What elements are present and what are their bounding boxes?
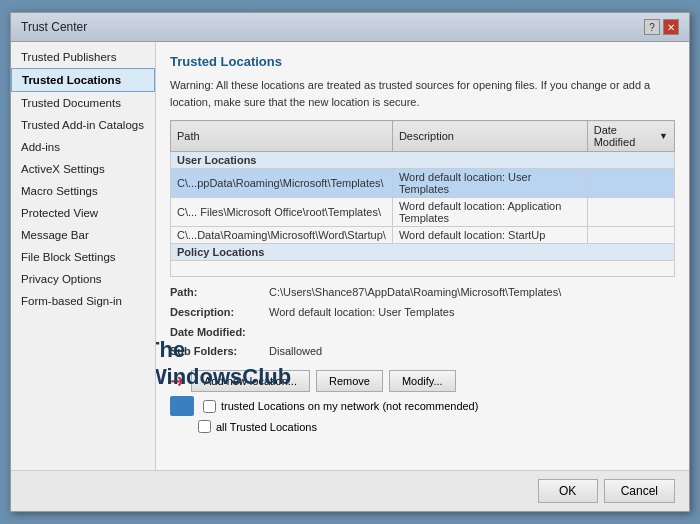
sidebar-item-addins[interactable]: Add-ins: [11, 136, 155, 158]
watermark: The WindowsClub: [156, 337, 291, 390]
path-detail-value: C:\Users\Shance87\AppData\Roaming\Micros…: [269, 283, 561, 303]
network-checkbox-row: trusted Locations on my network (not rec…: [170, 396, 675, 416]
sidebar-item-trusted-documents[interactable]: Trusted Documents: [11, 92, 155, 114]
disable-checkbox-label: all Trusted Locations: [216, 421, 317, 433]
sidebar: Trusted Publishers Trusted Locations Tru…: [11, 42, 156, 470]
table-row[interactable]: C\...Data\Roaming\Microsoft\Word\Startup…: [171, 227, 675, 244]
sidebar-item-activex[interactable]: ActiveX Settings: [11, 158, 155, 180]
ok-button[interactable]: OK: [538, 479, 598, 503]
row-2-description: Word default location: StartUp: [392, 227, 587, 244]
policy-locations-label: Policy Locations: [171, 244, 675, 261]
close-button[interactable]: ✕: [663, 19, 679, 35]
disable-checkbox-row: all Trusted Locations: [170, 420, 675, 433]
row-1-path: C\... Files\Microsoft Office\root\Templa…: [171, 198, 393, 227]
row-2-path: C\...Data\Roaming\Microsoft\Word\Startup…: [171, 227, 393, 244]
network-checkbox[interactable]: [203, 400, 216, 413]
footer: OK Cancel: [11, 470, 689, 511]
help-button[interactable]: ?: [644, 19, 660, 35]
sidebar-item-trusted-addins[interactable]: Trusted Add-in Catalogs: [11, 114, 155, 136]
path-detail-label: Path:: [170, 283, 265, 303]
sidebar-item-privacy[interactable]: Privacy Options: [11, 268, 155, 290]
title-controls: ? ✕: [644, 19, 679, 35]
disable-trusted-checkbox[interactable]: [198, 420, 211, 433]
row-0-description: Word default location: User Templates: [392, 169, 587, 198]
row-1-date: [587, 198, 674, 227]
col-path: Path: [171, 121, 393, 152]
description-detail-value: Word default location: User Templates: [269, 303, 454, 323]
title-bar: Trust Center ? ✕: [11, 13, 689, 42]
cancel-button[interactable]: Cancel: [604, 479, 675, 503]
policy-locations-group: Policy Locations: [171, 244, 675, 261]
dialog-body: Trusted Publishers Trusted Locations Tru…: [11, 42, 689, 470]
modify-button[interactable]: Modify...: [389, 370, 456, 392]
col-date-modified: Date Modified ▼: [587, 121, 674, 152]
network-icon: [170, 396, 194, 416]
sidebar-item-form-signin[interactable]: Form-based Sign-in: [11, 290, 155, 312]
col-description: Description: [392, 121, 587, 152]
row-0-path: C\...ppData\Roaming\Microsoft\Templates\: [171, 169, 393, 198]
sidebar-item-trusted-publishers[interactable]: Trusted Publishers: [11, 46, 155, 68]
sidebar-item-protected-view[interactable]: Protected View: [11, 202, 155, 224]
warning-text: Warning: All these locations are treated…: [170, 77, 675, 110]
dialog-title: Trust Center: [21, 20, 87, 34]
sidebar-item-message-bar[interactable]: Message Bar: [11, 224, 155, 246]
table-row[interactable]: C\...ppData\Roaming\Microsoft\Templates\…: [171, 169, 675, 198]
section-title: Trusted Locations: [170, 54, 675, 69]
sidebar-item-file-block[interactable]: File Block Settings: [11, 246, 155, 268]
remove-button[interactable]: Remove: [316, 370, 383, 392]
table-row[interactable]: C\... Files\Microsoft Office\root\Templa…: [171, 198, 675, 227]
user-locations-label: User Locations: [171, 152, 675, 169]
row-2-date: [587, 227, 674, 244]
sidebar-item-trusted-locations[interactable]: Trusted Locations: [11, 68, 155, 92]
date-col-header: Date Modified ▼: [594, 124, 668, 148]
row-1-description: Word default location: Application Templ…: [392, 198, 587, 227]
path-col-header: Path: [177, 130, 200, 142]
description-detail-row: Description: Word default location: User…: [170, 303, 675, 323]
row-0-date: [587, 169, 674, 198]
main-content: Trusted Locations Warning: All these loc…: [156, 42, 689, 470]
description-detail-label: Description:: [170, 303, 265, 323]
user-locations-group: User Locations: [171, 152, 675, 169]
sort-arrow-icon: ▼: [659, 131, 668, 141]
path-detail-row: Path: C:\Users\Shance87\AppData\Roaming\…: [170, 283, 675, 303]
trust-center-dialog: Trust Center ? ✕ Trusted Publishers Trus…: [10, 12, 690, 512]
network-checkbox-label: trusted Locations on my network (not rec…: [221, 400, 478, 412]
sidebar-item-macro[interactable]: Macro Settings: [11, 180, 155, 202]
locations-table: Path Description Date Modified ▼: [170, 120, 675, 277]
policy-empty-row: [171, 261, 675, 277]
